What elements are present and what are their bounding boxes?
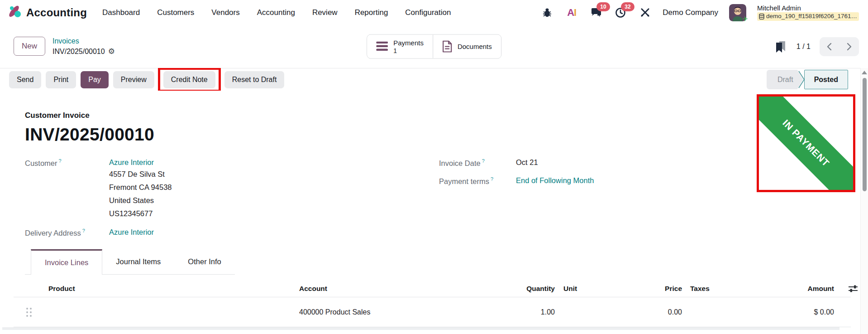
notebook-tabs: Invoice Lines Journal Items Other Info [25,249,868,275]
scroll-up-arrow-icon[interactable] [862,71,867,74]
address-line: US12345677 [109,207,439,220]
app-title: Accounting [26,6,87,19]
payments-count: 1 [393,47,424,54]
document-type-label: Customer Invoice [25,111,868,120]
customer-label: Customer? [25,158,109,168]
invoice-form-sheet: IN PAYMENT Customer Invoice INV/2025/000… [0,91,868,334]
cell-price[interactable]: 0.00 [643,308,682,316]
documents-label: Documents [458,42,492,50]
preview-button[interactable]: Preview [113,71,154,88]
address-line: Fremont CA 94538 [109,181,439,194]
invoice-date-value[interactable]: Oct 21 [516,158,538,168]
stat-button-group: Payments 1 Documents [367,34,501,59]
new-button[interactable]: New [14,37,45,56]
column-unit[interactable]: Unit [555,285,643,293]
menu-accounting[interactable]: Accounting [257,8,295,17]
invoice-lines-table: Product Account Quantity Unit Price Taxe… [14,283,851,330]
help-icon: ? [82,228,85,233]
activities-badge: 32 [621,2,634,11]
address-line: 4557 De Silva St [109,168,439,181]
status-posted[interactable]: Posted [804,70,848,89]
documents-stat-button[interactable]: Documents [433,34,501,58]
optional-columns-icon[interactable] [834,285,864,293]
scrollbar-thumb[interactable] [863,78,867,191]
top-navbar: Accounting Dashboard Customers Vendors A… [0,0,868,25]
send-button[interactable]: Send [9,71,41,88]
column-price[interactable]: Price [643,285,682,293]
next-row-partial [2,327,839,330]
pager: 1 / 1 [796,43,811,51]
red-annotation-ribbon: IN PAYMENT [757,94,855,192]
menu-reporting[interactable]: Reporting [355,8,388,17]
drag-handle-icon[interactable] [26,308,33,317]
menu-customers[interactable]: Customers [157,8,194,17]
menu-review[interactable]: Review [312,8,338,17]
ai-icon[interactable]: AI [565,6,578,19]
chevron-right-icon [847,43,852,51]
bookmark-icon[interactable] [774,40,787,53]
payments-label: Payments [393,39,424,47]
payment-terms-value-link[interactable]: End of Following Month [516,176,594,186]
help-icon: ? [491,176,493,182]
column-account[interactable]: Account [299,285,489,293]
invoice-number: INV/2025/00010 [25,125,868,145]
tab-other-info[interactable]: Other Info [174,249,234,275]
menu-configuration[interactable]: Configuration [405,8,451,17]
column-taxes[interactable]: Taxes [682,285,760,293]
delivery-address-label: Delivery Address? [25,228,109,237]
pager-previous-button[interactable] [820,37,839,56]
table-header-row: Product Account Quantity Unit Price Taxe… [14,283,851,297]
airplane-status-icon: ✈ [742,15,748,23]
pager-next-button[interactable] [840,37,859,56]
gear-icon[interactable]: ⚙ [108,46,115,58]
chevron-left-icon [826,43,832,51]
status-bar: Draft Posted [767,70,848,89]
user-name: Mitchell Admin [757,4,859,13]
app-switcher[interactable]: Accounting [8,5,87,20]
activities-icon[interactable]: 32 [614,6,627,19]
cell-amount[interactable]: $ 0.00 [760,308,834,316]
credit-note-button[interactable]: Credit Note [163,71,215,88]
document-icon [442,40,452,52]
red-annotation-credit-note: Credit Note [158,68,221,92]
help-icon: ? [59,158,62,164]
reset-to-draft-button[interactable]: Reset to Draft [224,71,285,88]
customer-address: 4557 De Silva St Fremont CA 94538 United… [109,168,439,220]
pay-button[interactable]: Pay [81,71,109,88]
vertical-scrollbar[interactable] [860,68,868,334]
column-amount[interactable]: Amount [760,285,834,293]
payments-stat-button[interactable]: Payments 1 [367,34,433,58]
company-switcher[interactable]: Demo Company [663,8,718,17]
column-product[interactable]: Product [35,285,299,293]
database-name: demo_190_ff15819f6206_1761… [757,12,859,21]
control-panel: New Invoices INV/2025/00010 ⚙ Payments 1 [0,25,868,68]
in-payment-ribbon: IN PAYMENT [757,94,855,192]
cell-quantity[interactable]: 1.00 [489,308,555,316]
tab-lead-border [25,249,31,275]
avatar[interactable]: ✈ [729,4,746,21]
messages-icon[interactable]: 10 [589,6,603,19]
odoo-accounting-window: Accounting Dashboard Customers Vendors A… [0,0,868,334]
tools-icon[interactable] [638,6,652,19]
tab-invoice-lines[interactable]: Invoice Lines [31,249,102,275]
breadcrumb: Invoices INV/2025/00010 ⚙ [52,36,115,58]
breadcrumb-invoices-link[interactable]: Invoices [52,36,115,46]
messages-badge: 10 [596,2,610,11]
bug-icon[interactable] [540,6,554,19]
menu-vendors[interactable]: Vendors [211,8,239,17]
menu-dashboard[interactable]: Dashboard [102,8,140,17]
user-menu[interactable]: Mitchell Admin demo_190_ff15819f6206_176… [757,4,859,21]
cell-account[interactable]: 400000 Product Sales [299,308,489,316]
customer-value-link[interactable]: Azure Interior [109,158,154,168]
database-icon [759,14,764,19]
address-line: United States [109,194,439,207]
print-button[interactable]: Print [46,71,76,88]
payment-terms-label: Payment terms? [439,176,516,186]
delivery-address-value-link[interactable]: Azure Interior [109,228,154,237]
invoice-date-label: Invoice Date? [439,158,516,168]
tab-journal-items[interactable]: Journal Items [102,249,174,275]
status-draft[interactable]: Draft [767,70,803,89]
table-row[interactable]: 400000 Product Sales 1.00 0.00 $ 0.00 [14,297,851,327]
column-quantity[interactable]: Quantity [489,285,555,293]
action-bar: Send Print Pay Preview Credit Note Reset… [0,68,868,91]
